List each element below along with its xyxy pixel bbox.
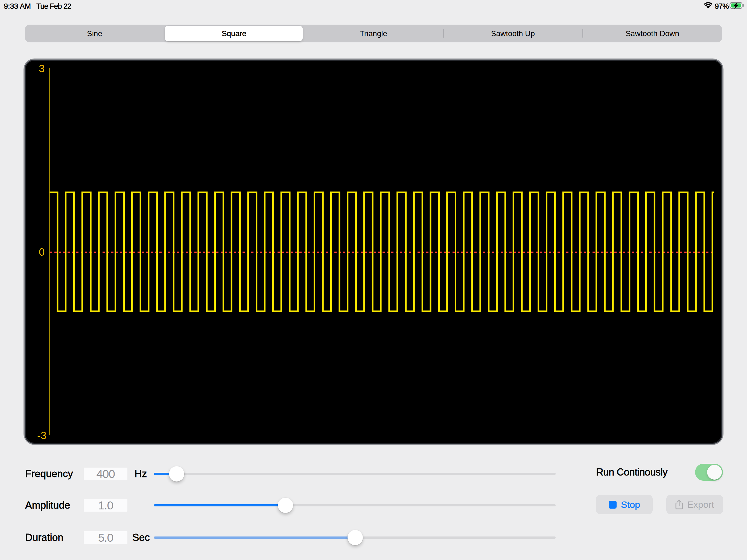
svg-text:0: 0	[39, 246, 45, 258]
svg-text:-3: -3	[37, 430, 47, 441]
svg-text:3: 3	[39, 63, 45, 74]
